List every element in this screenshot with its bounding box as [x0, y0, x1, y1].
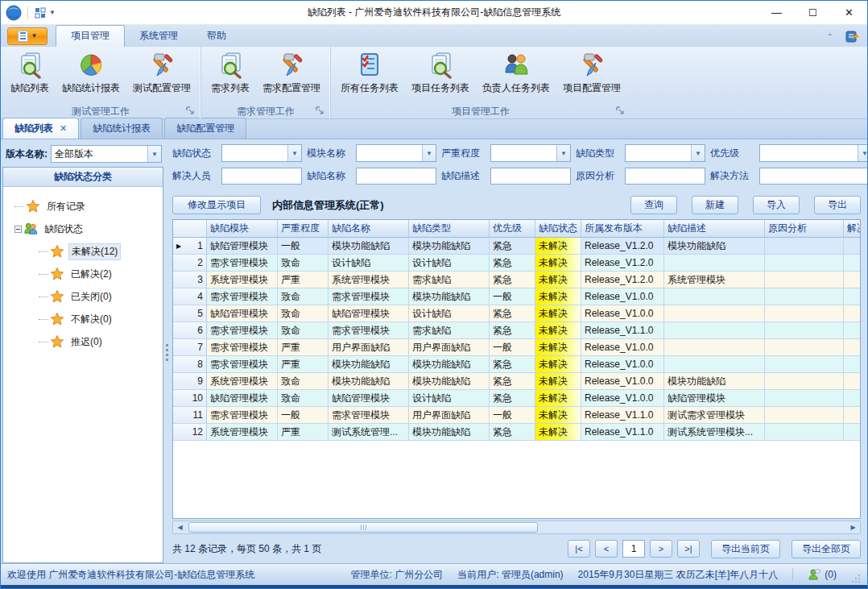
dialog-launcher-icon[interactable]: [186, 106, 196, 116]
doc-tab-缺陷配置管理[interactable]: 缺陷配置管理: [164, 118, 246, 139]
chevron-down-icon[interactable]: ▼: [287, 145, 301, 161]
table-row[interactable]: 12系统管理模块严重测试系统管理...模块功能缺陷紧急未解决Release_V1…: [173, 424, 860, 441]
column-header-所属发布版本[interactable]: 所属发布版本: [581, 220, 664, 238]
table-row[interactable]: 3系统管理模块严重系统管理模块需求缺陷紧急未解决Release_V1.2.0系统…: [173, 272, 860, 288]
ribbon-button-需求配置管理[interactable]: 需求配置管理: [256, 48, 327, 97]
table-row[interactable]: ▶1缺陷管理模块一般模块功能缺陷模块功能缺陷紧急未解决Release_V1.2.…: [173, 238, 860, 255]
quick-access-toolbar-button[interactable]: ▼: [34, 6, 56, 19]
tree-item-缺陷状态[interactable]: 缺陷状态: [14, 218, 159, 240]
table-row[interactable]: 5缺陷管理模块致命缺陷管理模块设计缺陷紧急未解决Release_V1.0.0: [173, 305, 860, 322]
chevron-down-icon[interactable]: ▼: [556, 145, 570, 161]
cell-缺陷类型: 模块功能缺陷: [409, 356, 490, 373]
ribbon-tab-帮助[interactable]: 帮助: [192, 26, 241, 47]
column-header-缺陷状态[interactable]: 缺陷状态: [535, 220, 581, 238]
collapse-node-icon[interactable]: [14, 226, 22, 233]
ribbon-button-测试配置管理[interactable]: 测试配置管理: [126, 48, 197, 97]
filter-combo-优先级[interactable]: ▼: [759, 144, 868, 162]
column-header-严重程度[interactable]: 严重程度: [278, 220, 329, 238]
table-row[interactable]: 2需求管理模块致命设计缺陷设计缺陷紧急未解决Release_V1.2.0: [173, 255, 860, 272]
column-header-缺陷名称[interactable]: 缺陷名称: [329, 220, 409, 238]
table-row[interactable]: 6需求管理模块致命需求管理模块需求缺陷紧急未解决Release_V1.1.0: [173, 322, 860, 339]
column-header-解决方法[interactable]: 解决方法: [844, 220, 861, 238]
tree-item-未解决(12)[interactable]: 未解决(12): [39, 240, 159, 263]
column-header-优先级[interactable]: 优先级: [490, 220, 535, 238]
cell-缺陷名称: 需求管理模块: [329, 407, 409, 424]
help-icon[interactable]: [845, 29, 859, 44]
ribbon-button-所有任务列表[interactable]: 所有任务列表: [334, 48, 405, 97]
tree-item-不解决(0)[interactable]: 不解决(0): [39, 308, 159, 330]
ribbon-button-缺陷列表[interactable]: 缺陷列表: [4, 48, 56, 97]
column-header-原因分析[interactable]: 原因分析: [765, 220, 844, 238]
modify-display-items-button[interactable]: 修改显示项目: [172, 196, 261, 214]
filter-input-缺陷名称[interactable]: [356, 168, 436, 185]
prev-page-button[interactable]: <: [595, 540, 618, 558]
export-current-page-button[interactable]: 导出当前页: [711, 540, 780, 558]
table-row[interactable]: 8需求管理模块严重模块功能缺陷模块功能缺陷紧急未解决Release_V1.0.0: [173, 356, 860, 373]
close-tab-icon[interactable]: ✕: [60, 123, 67, 134]
filter-combo-缺陷状态[interactable]: ▼: [221, 144, 302, 162]
resize-grip[interactable]: [851, 574, 861, 583]
chevron-down-icon[interactable]: ▼: [691, 145, 705, 161]
cell-缺陷类型: 设计缺陷: [409, 390, 490, 407]
column-header-缺陷描述[interactable]: 缺陷描述: [664, 220, 765, 238]
tree-item-已关闭(0)[interactable]: 已关闭(0): [39, 285, 159, 308]
scrollbar-track[interactable]: [187, 521, 846, 533]
ribbon-button-项目配置管理[interactable]: 项目配置管理: [556, 48, 627, 97]
message-indicator[interactable]: (0): [808, 568, 837, 581]
filter-缺陷类型: 缺陷类型▼: [576, 144, 705, 162]
next-page-button[interactable]: >: [650, 540, 672, 558]
table-row[interactable]: 4需求管理模块致命需求管理模块模块功能缺陷一般未解决Release_V1.0.0: [173, 288, 860, 305]
table-row[interactable]: 7需求管理模块严重用户界面缺陷用户界面缺陷一般未解决Release_V1.0.0: [173, 339, 860, 356]
page-number-input[interactable]: 1: [622, 540, 645, 558]
column-header-缺陷模块[interactable]: 缺陷模块: [207, 220, 278, 238]
filter-combo-严重程度[interactable]: ▼: [490, 144, 571, 162]
minimize-button[interactable]: —: [758, 1, 795, 24]
close-button[interactable]: ✕: [831, 1, 867, 24]
ribbon-button-缺陷统计报表[interactable]: 缺陷统计报表: [56, 48, 126, 97]
toolbar-button-导入[interactable]: 导入: [753, 196, 800, 214]
export-all-pages-button[interactable]: 导出全部页: [792, 540, 861, 558]
tree-item-所有记录[interactable]: 所有记录: [14, 195, 159, 218]
ribbon-button-项目任务列表[interactable]: 项目任务列表: [405, 48, 476, 97]
scroll-left-icon[interactable]: ◀: [173, 521, 187, 533]
chevron-down-icon[interactable]: ▼: [422, 145, 436, 161]
table-row[interactable]: 10缺陷管理模块致命缺陷管理模块设计缺陷紧急未解决Release_V1.0.0缺…: [173, 390, 860, 407]
table-row[interactable]: 11需求管理模块一般需求管理模块用户界面缺陷一般未解决Release_V1.1.…: [173, 407, 860, 424]
ribbon-button-需求列表[interactable]: 需求列表: [205, 48, 256, 97]
tree-connector: [39, 251, 48, 252]
filter-input-原因分析[interactable]: [625, 168, 705, 185]
dialog-launcher-icon[interactable]: [316, 106, 325, 116]
maximize-button[interactable]: ☐: [795, 1, 831, 24]
sidebar-splitter[interactable]: [163, 141, 171, 563]
application-menu-button[interactable]: ▼: [7, 27, 48, 45]
filter-input-解决人员[interactable]: [221, 168, 302, 185]
scrollbar-thumb[interactable]: [188, 522, 538, 533]
collapse-ribbon-icon[interactable]: ⌃: [827, 32, 833, 41]
chevron-down-icon[interactable]: ▼: [147, 146, 161, 162]
tree-item-已解决(2)[interactable]: 已解决(2): [39, 263, 159, 285]
horizontal-scrollbar[interactable]: ◀ ▶: [172, 521, 861, 534]
table-row[interactable]: 9系统管理模块致命模块功能缺陷模块功能缺陷紧急未解决Release_V1.0.0…: [173, 373, 860, 390]
version-select[interactable]: 全部版本 ▼: [51, 145, 162, 163]
tree-item-推迟(0)[interactable]: 推迟(0): [39, 330, 159, 353]
chevron-down-icon[interactable]: ▼: [858, 145, 868, 161]
filter-input-缺陷描述[interactable]: [490, 168, 571, 185]
ribbon-button-负责人任务列表[interactable]: 负责人任务列表: [476, 48, 556, 97]
doc-tab-缺陷统计报表[interactable]: 缺陷统计报表: [81, 118, 163, 139]
toolbar-button-导出[interactable]: 导出: [814, 196, 861, 214]
toolbar-button-查询[interactable]: 查询: [630, 196, 677, 214]
ribbon-tab-项目管理[interactable]: 项目管理: [56, 25, 125, 47]
column-header-缺陷类型[interactable]: 缺陷类型: [409, 220, 490, 238]
filter-input-解决方法[interactable]: [759, 168, 868, 185]
filter-combo-缺陷类型[interactable]: ▼: [625, 144, 705, 162]
dialog-launcher-icon[interactable]: [616, 106, 626, 116]
filter-combo-模块名称[interactable]: ▼: [356, 144, 436, 162]
first-page-button[interactable]: |<: [568, 540, 590, 558]
ribbon-group-buttons: 需求列表需求配置管理: [205, 48, 327, 104]
cell-原因分析: [765, 407, 844, 424]
last-page-button[interactable]: >|: [677, 540, 700, 558]
ribbon-tab-系统管理[interactable]: 系统管理: [125, 26, 192, 47]
scroll-right-icon[interactable]: ▶: [846, 521, 860, 533]
toolbar-button-新建[interactable]: 新建: [692, 196, 738, 214]
doc-tab-缺陷列表[interactable]: 缺陷列表✕: [2, 118, 79, 139]
